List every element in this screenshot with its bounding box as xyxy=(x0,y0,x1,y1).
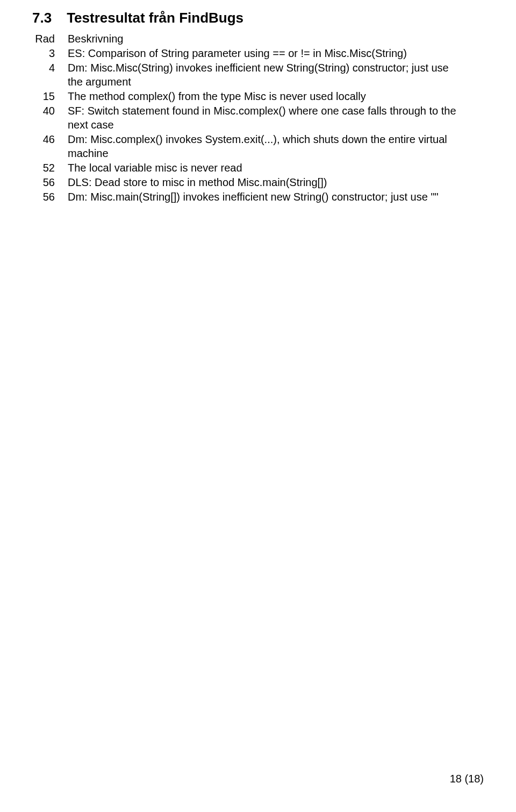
header-line: Rad xyxy=(32,32,68,46)
header-desc: Beskrivning xyxy=(68,32,465,46)
cell-line: 56 xyxy=(32,190,68,204)
section-number: 7.3 xyxy=(32,10,52,26)
cell-line: 46 xyxy=(32,132,68,146)
cell-desc: The local variable misc is never read xyxy=(68,161,465,175)
table-row: 56 DLS: Dead store to misc in method Mis… xyxy=(32,175,484,189)
cell-desc: SF: Switch statement found in Misc.compl… xyxy=(68,104,465,132)
cell-desc: The method complex() from the type Misc … xyxy=(68,89,465,103)
cell-line: 3 xyxy=(32,46,68,60)
cell-line: 52 xyxy=(32,161,68,175)
cell-desc: Dm: Misc.main(String[]) invokes ineffici… xyxy=(68,190,465,204)
cell-desc: Dm: Misc.Misc(String) invokes inefficien… xyxy=(68,61,465,89)
section-title: Testresultat från FindBugs xyxy=(67,10,243,26)
cell-line: 4 xyxy=(32,61,68,75)
cell-desc: DLS: Dead store to misc in method Misc.m… xyxy=(68,175,465,189)
results-table: Rad Beskrivning 3 ES: Comparison of Stri… xyxy=(32,32,484,204)
cell-desc: Dm: Misc.complex() invokes System.exit(.… xyxy=(68,132,465,160)
page-number: 18 (18) xyxy=(450,773,484,785)
table-row: 46 Dm: Misc.complex() invokes System.exi… xyxy=(32,132,484,160)
table-header-row: Rad Beskrivning xyxy=(32,32,484,46)
section-heading: 7.3Testresultat från FindBugs xyxy=(32,10,484,26)
table-row: 52 The local variable misc is never read xyxy=(32,161,484,175)
table-row: 40 SF: Switch statement found in Misc.co… xyxy=(32,104,484,132)
cell-line: 40 xyxy=(32,104,68,118)
table-row: 4 Dm: Misc.Misc(String) invokes ineffici… xyxy=(32,61,484,89)
table-row: 56 Dm: Misc.main(String[]) invokes ineff… xyxy=(32,190,484,204)
cell-line: 56 xyxy=(32,175,68,189)
cell-line: 15 xyxy=(32,89,68,103)
cell-desc: ES: Comparison of String parameter using… xyxy=(68,46,465,60)
table-row: 3 ES: Comparison of String parameter usi… xyxy=(32,46,484,60)
table-row: 15 The method complex() from the type Mi… xyxy=(32,89,484,103)
